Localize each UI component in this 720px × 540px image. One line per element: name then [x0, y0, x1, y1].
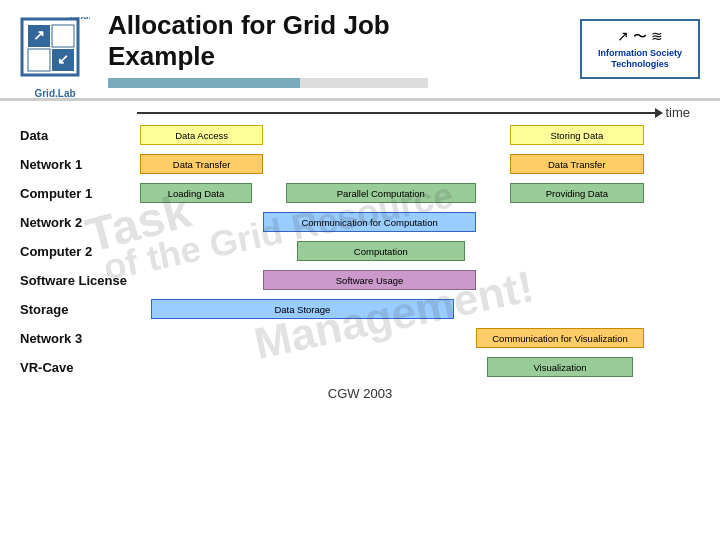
- gantt-row: Network 3Communication for Visualization: [20, 325, 700, 351]
- logo-right-text: Information Society Technologies: [598, 48, 682, 70]
- gantt-bar: Data Transfer: [510, 154, 644, 174]
- gantt-row: StorageData Storage: [20, 296, 700, 322]
- page-title: Allocation for Grid Job Example: [108, 10, 580, 72]
- logo-right-icons: ↗ 〜 ≋: [617, 28, 663, 46]
- row-bars: Communication for Visualization: [140, 327, 700, 349]
- row-label: Network 2: [20, 215, 140, 230]
- time-axis: time: [20, 105, 700, 120]
- row-label: Computer 1: [20, 186, 140, 201]
- title-block: Allocation for Grid Job Example: [108, 10, 580, 88]
- gantt-bar: Providing Data: [510, 183, 644, 203]
- gantt-row: VR-CaveVisualization: [20, 354, 700, 380]
- time-line: [137, 112, 657, 114]
- progress-bar-fill: [108, 78, 300, 88]
- header: ↗ ↙ Grid.Lab Grid.Lab Allocation for Gri…: [0, 0, 720, 101]
- gantt-bar: Visualization: [487, 357, 633, 377]
- gantt-row: Network 2Communication for Computation: [20, 209, 700, 235]
- svg-rect-3: [28, 49, 50, 71]
- gantt-bar: Communication for Computation: [263, 212, 476, 232]
- row-bars: Software Usage: [140, 269, 700, 291]
- row-bars: Computation: [140, 240, 700, 262]
- gantt-bar: Data Storage: [151, 299, 453, 319]
- logo-left: ↗ ↙ Grid.Lab Grid.Lab: [20, 17, 90, 82]
- gantt-bar: Communication for Visualization: [476, 328, 644, 348]
- svg-text:Grid.Lab: Grid.Lab: [70, 17, 90, 21]
- wave-icon: 〜: [633, 28, 647, 46]
- row-label: Software License: [20, 273, 140, 288]
- time-label: time: [665, 105, 690, 120]
- gantt-row: Computer 2Computation: [20, 238, 700, 264]
- svg-text:↗: ↗: [33, 27, 45, 43]
- gantt-chart: DataData AccessStoring DataNetwork 1Data…: [20, 122, 700, 380]
- logo-left-text: Grid.Lab: [20, 88, 90, 99]
- row-label: Network 1: [20, 157, 140, 172]
- gantt-row: DataData AccessStoring Data: [20, 122, 700, 148]
- gantt-bar: Software Usage: [263, 270, 476, 290]
- gantt-bar: Computation: [297, 241, 465, 261]
- svg-rect-2: [52, 25, 74, 47]
- main-content: time DataData AccessStoring DataNetwork …: [0, 101, 720, 405]
- logo-right: ↗ 〜 ≋ Information Society Technologies: [580, 19, 700, 79]
- gantt-bar: Storing Data: [510, 125, 644, 145]
- gantt-row: Software LicenseSoftware Usage: [20, 267, 700, 293]
- lines-icon: ≋: [651, 28, 663, 46]
- gantt-bar: Data Transfer: [140, 154, 263, 174]
- row-label: Storage: [20, 302, 140, 317]
- footer: CGW 2003: [20, 386, 700, 401]
- gantt-bar: Data Access: [140, 125, 263, 145]
- row-bars: Data AccessStoring Data: [140, 124, 700, 146]
- arrow-icon: ↗: [617, 28, 629, 46]
- gantt-bar: Loading Data: [140, 183, 252, 203]
- gantt-row: Network 1Data TransferData Transfer: [20, 151, 700, 177]
- gantt-bar: Parallel Computation: [286, 183, 476, 203]
- svg-text:↙: ↙: [57, 51, 69, 67]
- time-arrow: [137, 112, 657, 114]
- row-bars: Visualization: [140, 356, 700, 378]
- row-bars: Data TransferData Transfer: [140, 153, 700, 175]
- row-label: Network 3: [20, 331, 140, 346]
- row-bars: Communication for Computation: [140, 211, 700, 233]
- row-label: Computer 2: [20, 244, 140, 259]
- gantt-row: Computer 1Loading DataParallel Computati…: [20, 180, 700, 206]
- row-label: Data: [20, 128, 140, 143]
- row-label: VR-Cave: [20, 360, 140, 375]
- progress-bar: [108, 78, 428, 88]
- row-bars: Data Storage: [140, 298, 700, 320]
- row-bars: Loading DataParallel ComputationProvidin…: [140, 182, 700, 204]
